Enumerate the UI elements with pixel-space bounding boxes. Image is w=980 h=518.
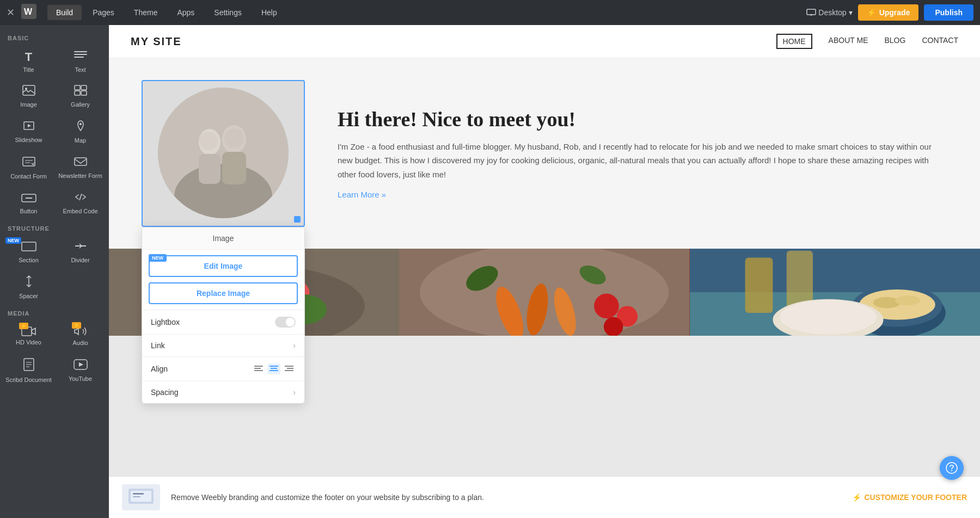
section-label-basic: BASIC xyxy=(0,30,109,44)
hero-image-container[interactable] xyxy=(142,80,305,227)
sidebar-item-gallery[interactable]: Gallery xyxy=(55,79,106,113)
tab-theme[interactable]: Theme xyxy=(125,5,167,20)
sidebar-item-contact-form[interactable]: Contact Form xyxy=(3,150,54,185)
sidebar-item-scribd[interactable]: Scribd Document xyxy=(3,353,54,388)
sidebar-item-youtube[interactable]: YouTube xyxy=(55,353,106,388)
publish-button[interactable]: Publish xyxy=(924,4,973,21)
title-icon: T xyxy=(25,50,32,64)
replace-image-button[interactable]: Replace Image xyxy=(149,282,298,304)
align-row: Align xyxy=(142,356,304,381)
youtube-icon xyxy=(74,359,88,373)
sidebar-item-hd-video[interactable]: ⚡ HD Video xyxy=(3,320,54,351)
device-toggle[interactable]: Desktop ▾ xyxy=(806,8,852,17)
align-left-button[interactable] xyxy=(252,363,265,374)
svg-rect-5 xyxy=(74,51,87,52)
hd-video-icon: ⚡ xyxy=(21,326,36,337)
edit-image-button[interactable]: Edit Image xyxy=(149,255,298,277)
sidebar-item-text[interactable]: Text xyxy=(55,45,106,78)
food-photo-2 xyxy=(399,249,689,336)
button-icon xyxy=(21,192,36,206)
svg-rect-13 xyxy=(81,91,87,95)
sidebar-item-image[interactable]: Image xyxy=(3,79,54,113)
media-grid: ⚡ HD Video ⚡ Audio xyxy=(0,319,109,390)
new-badge: NEW xyxy=(5,237,21,244)
footer-banner-text: Remove Weebly branding and customize the… xyxy=(171,493,841,502)
lightbox-toggle[interactable] xyxy=(275,317,296,328)
sidebar-item-audio[interactable]: ⚡ Audio xyxy=(55,320,106,351)
sidebar: BASIC T Title Text xyxy=(0,25,109,518)
spacer-icon xyxy=(22,275,35,291)
sidebar-item-button[interactable]: Button xyxy=(3,186,54,220)
svg-marker-33 xyxy=(79,362,83,367)
svg-rect-49 xyxy=(287,368,293,369)
map-icon xyxy=(74,120,87,135)
sidebar-item-title[interactable]: T Title xyxy=(3,45,54,78)
svg-point-41 xyxy=(199,132,218,150)
sidebar-item-spacer[interactable]: Spacer xyxy=(3,270,54,305)
tab-help[interactable]: Help xyxy=(253,5,286,20)
spacing-chevron: › xyxy=(293,388,296,397)
svg-text:W: W xyxy=(24,7,33,16)
sidebar-item-section[interactable]: NEW Section xyxy=(3,235,54,269)
scribd-icon xyxy=(23,358,35,374)
svg-rect-47 xyxy=(270,370,278,371)
sidebar-item-newsletter-form[interactable]: Newsletter Form xyxy=(55,150,106,185)
nav-contact[interactable]: CONTACT xyxy=(922,34,958,49)
svg-rect-37 xyxy=(222,152,246,184)
svg-rect-48 xyxy=(285,366,293,367)
newsletter-form-icon xyxy=(74,156,87,170)
hero-learn-more-link[interactable]: Learn More » xyxy=(338,190,386,199)
link-chevron: › xyxy=(293,341,296,350)
sidebar-item-embed-code[interactable]: Embed Code xyxy=(55,186,106,220)
close-button[interactable]: ✕ xyxy=(7,7,15,18)
section-icon xyxy=(21,240,36,255)
svg-rect-84 xyxy=(133,496,140,497)
nav-blog[interactable]: BLOG xyxy=(884,34,905,49)
help-fab-button[interactable] xyxy=(940,456,964,480)
sidebar-item-divider[interactable]: Divider xyxy=(55,235,106,269)
svg-rect-72 xyxy=(745,258,773,313)
svg-rect-42 xyxy=(254,366,263,367)
image-resize-handle[interactable] xyxy=(294,216,301,223)
audio-icon: ⚡ xyxy=(74,325,87,337)
nav-tabs: Build Pages Theme Apps Settings Help xyxy=(47,5,806,20)
svg-rect-10 xyxy=(75,85,80,90)
nav-home[interactable]: HOME xyxy=(776,34,812,49)
svg-line-23 xyxy=(79,194,82,200)
svg-point-86 xyxy=(951,470,952,471)
embed-code-icon xyxy=(74,192,87,206)
spacing-label: Spacing xyxy=(151,388,179,397)
food-photo-3 xyxy=(690,249,980,336)
tab-settings[interactable]: Settings xyxy=(205,5,250,20)
svg-point-67 xyxy=(594,294,619,319)
sidebar-item-slideshow[interactable]: Slideshow xyxy=(3,114,54,149)
align-buttons xyxy=(252,363,296,374)
svg-rect-2 xyxy=(807,9,816,15)
align-right-button[interactable] xyxy=(283,363,296,374)
spacing-row[interactable]: Spacing › xyxy=(142,381,304,403)
section-label-structure: STRUCTURE xyxy=(0,221,109,234)
tab-pages[interactable]: Pages xyxy=(84,5,123,20)
site-logo: MY SITE xyxy=(131,35,182,48)
main-layout: BASIC T Title Text xyxy=(0,25,980,518)
svg-rect-50 xyxy=(285,370,293,371)
basic-grid: T Title Text xyxy=(0,44,109,221)
svg-marker-15 xyxy=(28,124,31,127)
svg-rect-44 xyxy=(254,370,263,371)
svg-point-80 xyxy=(780,300,877,334)
canvas[interactable]: MY SITE HOME ABOUT ME BLOG CONTACT xyxy=(109,25,980,518)
toggle-knob xyxy=(286,318,295,326)
hero-image-circle xyxy=(158,88,289,218)
align-center-button[interactable] xyxy=(267,363,280,374)
tab-apps[interactable]: Apps xyxy=(168,5,203,20)
hero-body: I'm Zoe - a food enthusiast and full-tim… xyxy=(338,140,947,182)
text-icon xyxy=(74,50,87,64)
sidebar-item-map[interactable]: Map xyxy=(55,114,106,149)
tab-build[interactable]: Build xyxy=(47,5,82,20)
customize-footer-button[interactable]: ⚡ CUSTOMIZE YOUR FOOTER xyxy=(852,493,967,502)
upgrade-button[interactable]: ⚡ Upgrade xyxy=(858,4,919,21)
svg-rect-20 xyxy=(75,158,87,165)
link-row[interactable]: Link › xyxy=(142,334,304,356)
nav-about[interactable]: ABOUT ME xyxy=(829,34,868,49)
nav-right-actions: Desktop ▾ ⚡ Upgrade Publish xyxy=(806,4,973,21)
